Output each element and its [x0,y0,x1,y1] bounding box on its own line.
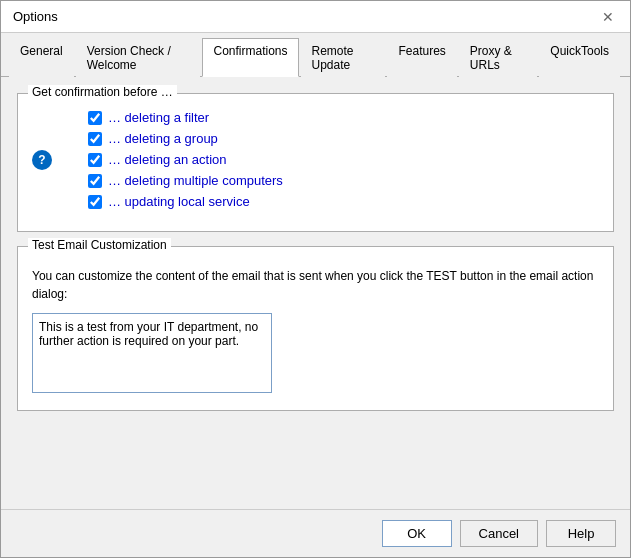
cancel-button[interactable]: Cancel [460,520,538,547]
list-item[interactable]: … deleting multiple computers [88,173,283,188]
tab-bar: General Version Check / Welcome Confirma… [1,33,630,77]
confirmation-header: ? … deleting a filter … deleting a group… [32,110,599,209]
checkbox-label: … deleting an action [108,152,227,167]
title-bar: Options ✕ [1,1,630,33]
email-description: You can customize the content of the ema… [32,267,599,303]
ok-button[interactable]: OK [382,520,452,547]
checkbox-deleting-multiple[interactable] [88,174,102,188]
checkbox-deleting-filter[interactable] [88,111,102,125]
checkbox-list: … deleting a filter … deleting a group …… [88,110,283,209]
checkbox-label: … updating local service [108,194,250,209]
list-item[interactable]: … deleting a filter [88,110,283,125]
tab-general[interactable]: General [9,38,74,77]
checkbox-updating-service[interactable] [88,195,102,209]
confirmations-section-label: Get confirmation before … [28,85,177,99]
email-textarea[interactable] [32,313,272,393]
confirmations-section: Get confirmation before … ? … deleting a… [17,93,614,232]
list-item[interactable]: … updating local service [88,194,283,209]
checkbox-label: … deleting a filter [108,110,209,125]
close-button[interactable]: ✕ [598,7,618,27]
footer: OK Cancel Help [1,509,630,557]
tab-proxy-urls[interactable]: Proxy & URLs [459,38,537,77]
help-button[interactable]: Help [546,520,616,547]
tab-remote-update[interactable]: Remote Update [301,38,386,77]
tab-confirmations[interactable]: Confirmations [202,38,298,77]
question-icon: ? [32,150,52,170]
checkbox-deleting-group[interactable] [88,132,102,146]
list-item[interactable]: … deleting an action [88,152,283,167]
checkbox-label: … deleting multiple computers [108,173,283,188]
checkbox-deleting-action[interactable] [88,153,102,167]
options-window: Options ✕ General Version Check / Welcom… [0,0,631,558]
window-title: Options [13,9,58,24]
tab-features[interactable]: Features [387,38,456,77]
list-item[interactable]: … deleting a group [88,131,283,146]
tab-content: Get confirmation before … ? … deleting a… [1,77,630,509]
checkbox-label: … deleting a group [108,131,218,146]
tab-quicktools[interactable]: QuickTools [539,38,620,77]
email-customization-section: Test Email Customization You can customi… [17,246,614,411]
email-section-label: Test Email Customization [28,238,171,252]
tab-version-check[interactable]: Version Check / Welcome [76,38,201,77]
